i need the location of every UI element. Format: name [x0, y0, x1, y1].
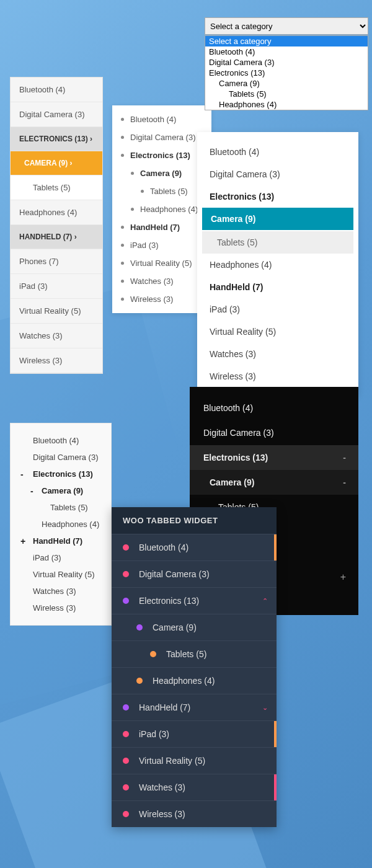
category-item-ipad[interactable]: iPad (3) — [11, 549, 111, 566]
category-item-watches[interactable]: Watches (3) — [112, 774, 277, 801]
category-item-watches[interactable]: Watches (3) — [11, 583, 111, 600]
category-item-handheld[interactable]: HandHeld (7)⌄ — [112, 694, 277, 721]
category-item-digital-camera[interactable]: Digital Camera (3) — [112, 561, 277, 588]
category-item-bluetooth[interactable]: Bluetooth (4) — [197, 141, 358, 163]
category-item-digital-camera[interactable]: Digital Camera (3) — [190, 420, 358, 445]
category-label: Wireless (3) — [130, 294, 173, 304]
category-item-ipad[interactable]: iPad (3) — [197, 298, 358, 321]
category-item-bluetooth[interactable]: Bluetooth (4) — [11, 78, 102, 102]
category-item-digital-camera[interactable]: Digital Camera (3) — [11, 449, 111, 466]
category-label: Camera (9) — [140, 169, 182, 178]
category-item-electronics[interactable]: Electronics (13)⌃ — [112, 588, 277, 614]
expand-icon[interactable]: + — [20, 536, 25, 546]
category-label: Headphones (4) — [140, 205, 198, 214]
category-label: HandHeld (7) — [130, 223, 180, 232]
category-item-bluetooth[interactable]: Bluetooth (4) — [190, 396, 358, 420]
collapse-icon[interactable]: - — [20, 469, 24, 479]
bullet-icon — [121, 226, 124, 229]
category-item-camera[interactable]: - Camera (9) — [11, 482, 111, 499]
category-item-camera-active[interactable]: Camera (9) — [202, 208, 353, 230]
category-item-handheld[interactable]: HandHeld (7) — [197, 276, 358, 298]
category-item-camera-active[interactable]: CAMERA (9) › — [11, 151, 102, 175]
bullet-icon — [121, 298, 124, 301]
category-item-tablets[interactable]: Tablets (5) — [11, 175, 102, 200]
category-item-camera[interactable]: Camera (9) — [112, 164, 211, 182]
category-item-wireless[interactable]: Wireless (3) — [112, 290, 211, 308]
category-item-phones[interactable]: Phones (7) — [11, 249, 102, 274]
category-label: iPad (3) — [139, 729, 169, 739]
category-select[interactable]: Select a category — [205, 17, 368, 35]
category-label: Watches (3) — [139, 782, 185, 792]
select-option-electronics[interactable]: Electronics (13) — [205, 68, 368, 78]
category-item-electronics[interactable]: - Electronics (13) — [11, 466, 111, 482]
category-header-handheld[interactable]: HANDHELD (7) › — [11, 225, 102, 249]
stripe-icon — [274, 774, 277, 800]
category-item-headphones[interactable]: Headphones (4) — [112, 668, 277, 694]
category-item-electronics[interactable]: Electronics (13) — [112, 146, 211, 164]
category-item-headphones[interactable]: Headphones (4) — [11, 516, 111, 533]
category-item-bluetooth[interactable]: Bluetooth (4) — [112, 534, 277, 561]
select-option-bluetooth[interactable]: Bluetooth (4) — [205, 46, 368, 57]
category-item-handheld[interactable]: HandHeld (7) — [112, 218, 211, 236]
chevron-down-icon[interactable]: ⌄ — [262, 704, 268, 712]
category-item-ipad[interactable]: iPad (3) — [112, 721, 277, 748]
category-item-wireless[interactable]: Wireless (3) — [11, 600, 111, 616]
category-header-electronics[interactable]: ELECTRONICS (13) › — [11, 127, 102, 151]
category-widget-teal: Bluetooth (4) Digital Camera (3) Electro… — [197, 132, 358, 396]
category-item-handheld[interactable]: + HandHeld (7) — [11, 533, 111, 549]
category-label: HandHeld (7) — [139, 702, 190, 712]
category-item-tablets[interactable]: Tablets (5) — [112, 182, 211, 200]
category-item-virtual-reality[interactable]: Virtual Reality (5) — [11, 299, 102, 324]
category-label: Bluetooth (4) — [130, 115, 176, 124]
category-item-digital-camera[interactable]: Digital Camera (3) — [11, 102, 102, 127]
category-item-headphones[interactable]: Headphones (4) — [197, 254, 358, 276]
chevron-right-icon: › — [90, 135, 92, 143]
select-option-camera[interactable]: Camera (9) — [205, 78, 368, 89]
select-option-tablets[interactable]: Tablets (5) — [205, 89, 368, 99]
select-option-headphones[interactable]: Headphones (4) — [205, 99, 368, 110]
category-item-digital-camera[interactable]: Digital Camera (3) — [112, 128, 211, 146]
collapse-icon[interactable]: - — [343, 477, 346, 487]
category-item-headphones[interactable]: Headphones (4) — [112, 200, 211, 218]
category-item-tablets[interactable]: Tablets (5) — [11, 499, 111, 516]
category-item-bluetooth[interactable]: Bluetooth (4) — [112, 110, 211, 128]
category-item-electronics[interactable]: Electronics (13) — [197, 185, 358, 208]
category-item-tablets[interactable]: Tablets (5) — [202, 231, 353, 254]
category-item-camera[interactable]: Camera (9) — [112, 614, 277, 641]
dot-icon — [123, 811, 129, 817]
category-item-electronics[interactable]: Electronics (13) - — [190, 445, 358, 470]
dot-icon — [123, 571, 129, 577]
category-item-headphones[interactable]: Headphones (4) — [11, 200, 102, 225]
dot-icon — [123, 544, 129, 551]
category-item-virtual-reality[interactable]: Virtual Reality (5) — [197, 321, 358, 343]
category-item-ipad[interactable]: iPad (3) — [11, 274, 102, 299]
category-label: Virtual Reality (5) — [139, 756, 205, 766]
category-item-camera[interactable]: Camera (9) - — [190, 470, 358, 495]
category-item-wireless[interactable]: Wireless (3) — [112, 801, 277, 827]
category-item-virtual-reality[interactable]: Virtual Reality (5) — [112, 748, 277, 774]
category-item-digital-camera[interactable]: Digital Camera (3) — [197, 163, 358, 185]
select-option-digital-camera[interactable]: Digital Camera (3) — [205, 57, 368, 68]
category-item-tablets[interactable]: Tablets (5) — [112, 641, 277, 668]
category-item-ipad[interactable]: iPad (3) — [112, 236, 211, 254]
expand-icon[interactable]: + — [340, 572, 346, 583]
category-item-wireless[interactable]: Wireless (3) — [11, 348, 102, 373]
collapse-icon[interactable]: - — [343, 453, 346, 463]
dot-icon — [123, 598, 129, 604]
category-item-watches[interactable]: Watches (3) — [112, 272, 211, 290]
widget-title: WOO TABBED WIDGET — [112, 507, 277, 534]
select-option-placeholder[interactable]: Select a category — [205, 36, 368, 46]
dot-icon — [150, 651, 156, 657]
category-item-watches[interactable]: Watches (3) — [11, 324, 102, 348]
chevron-up-icon[interactable]: ⌃ — [262, 597, 268, 605]
category-item-bluetooth[interactable]: Bluetooth (4) — [11, 432, 111, 449]
category-label: Headphones (4) — [153, 676, 215, 686]
collapse-icon[interactable]: - — [30, 486, 33, 496]
category-item-watches[interactable]: Watches (3) — [197, 343, 358, 365]
chevron-right-icon: › — [70, 159, 73, 167]
category-item-wireless[interactable]: Wireless (3) — [197, 365, 358, 388]
stripe-icon — [274, 721, 277, 747]
category-item-virtual-reality[interactable]: Virtual Reality (5) — [112, 254, 211, 272]
category-label: Electronics (13) — [33, 469, 93, 479]
category-item-virtual-reality[interactable]: Virtual Reality (5) — [11, 566, 111, 583]
